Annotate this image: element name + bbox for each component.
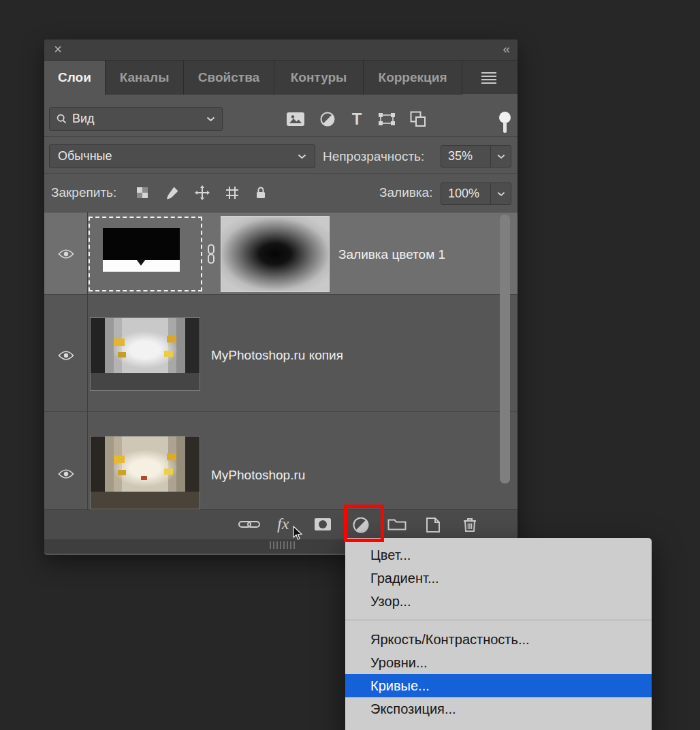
billboard bbox=[118, 352, 126, 358]
billboard bbox=[164, 351, 173, 357]
opacity-value: 35% bbox=[441, 149, 490, 163]
layer-mask-thumbnail[interactable] bbox=[221, 217, 329, 291]
filter-kind-value: Вид bbox=[72, 112, 206, 126]
adjustment-filter-icon[interactable] bbox=[319, 111, 336, 127]
image-filter-icon[interactable] bbox=[286, 112, 305, 127]
menu-divider bbox=[345, 620, 652, 620]
mouse-cursor bbox=[292, 526, 303, 543]
menu-item-curves[interactable]: Кривые... bbox=[345, 674, 652, 697]
fill-slider-marker bbox=[137, 260, 145, 266]
screen: × « Слои Каналы Свойства Контуры Коррекц… bbox=[0, 0, 700, 730]
fill-value: 100% bbox=[441, 187, 490, 201]
tab-adjustments[interactable]: Коррекция bbox=[364, 61, 462, 95]
lock-icons bbox=[135, 180, 267, 204]
divider bbox=[44, 173, 518, 174]
layer-name: Заливка цветом 1 bbox=[338, 247, 445, 262]
billboard bbox=[118, 470, 126, 475]
layer-name: MyPhotoshop.ru копия bbox=[211, 348, 343, 363]
blend-mode-select[interactable]: Обычные bbox=[49, 144, 315, 168]
menu-item-brightness-contrast[interactable]: Яркость/Контрастность... bbox=[345, 628, 652, 651]
mask-link-icon[interactable] bbox=[206, 244, 216, 267]
visibility-eye-icon[interactable] bbox=[58, 249, 74, 259]
billboard bbox=[141, 476, 147, 480]
divider bbox=[44, 136, 518, 137]
layers-scrollbar[interactable] bbox=[500, 215, 510, 483]
lock-artboard-icon[interactable] bbox=[225, 186, 240, 200]
highlight-box-adjustment-button bbox=[344, 505, 384, 542]
panel-title-bar: × « bbox=[44, 39, 518, 60]
lock-label: Закрепить: bbox=[51, 180, 116, 204]
chevron-down-icon bbox=[206, 116, 215, 122]
billboard bbox=[164, 469, 173, 475]
panel-menu-icon[interactable] bbox=[481, 72, 496, 84]
filter-kind-select[interactable]: Вид bbox=[49, 107, 223, 131]
toggle-stem bbox=[503, 122, 507, 133]
billboard bbox=[167, 336, 176, 343]
layers-list: Заливка цветом 1 MyPhotoshop.ru копия My… bbox=[44, 212, 518, 509]
add-mask-icon[interactable] bbox=[314, 518, 332, 531]
delete-layer-icon[interactable] bbox=[462, 516, 477, 533]
chevron-down-icon[interactable] bbox=[490, 183, 511, 204]
search-icon bbox=[57, 114, 67, 124]
close-icon[interactable]: × bbox=[50, 39, 65, 60]
color-fill-thumbnail[interactable] bbox=[89, 217, 202, 291]
lock-pixels-icon[interactable] bbox=[165, 186, 180, 200]
opacity-label: Непрозрачность: bbox=[323, 144, 424, 168]
tab-channels[interactable]: Каналы bbox=[106, 61, 184, 95]
lock-position-icon[interactable] bbox=[195, 185, 210, 200]
layers-panel: × « Слои Каналы Свойства Контуры Коррекц… bbox=[44, 39, 518, 555]
menu-item-levels[interactable]: Уровни... bbox=[345, 651, 652, 674]
link-layers-icon[interactable] bbox=[238, 520, 260, 529]
tab-properties[interactable]: Свойства bbox=[184, 61, 274, 95]
filter-type-icons: T bbox=[286, 107, 426, 131]
lock-all-icon[interactable] bbox=[255, 186, 267, 200]
new-layer-icon[interactable] bbox=[426, 517, 441, 533]
panel-tabs: Слои Каналы Свойства Контуры Коррекция bbox=[44, 60, 518, 94]
divider bbox=[87, 212, 88, 509]
smart-object-filter-icon[interactable] bbox=[410, 111, 426, 127]
new-group-icon[interactable] bbox=[387, 518, 407, 531]
layer-style-icon[interactable]: fx bbox=[277, 515, 289, 532]
lock-transparency-icon[interactable] bbox=[135, 187, 150, 199]
fill-control[interactable]: 100% bbox=[441, 182, 511, 205]
menu-item-exposure[interactable]: Экспозиция... bbox=[345, 697, 652, 720]
billboard bbox=[114, 338, 125, 346]
menu-item-gradient[interactable]: Градиент... bbox=[345, 567, 652, 590]
menu-item-pattern[interactable]: Узор... bbox=[345, 590, 652, 613]
menu-item-color[interactable]: Цвет... bbox=[345, 543, 652, 567]
layer-thumbnail[interactable] bbox=[91, 318, 200, 390]
chevron-down-icon[interactable] bbox=[490, 146, 511, 167]
blend-mode-value: Обычные bbox=[58, 149, 298, 163]
tab-paths[interactable]: Контуры bbox=[274, 61, 364, 95]
type-filter-icon[interactable]: T bbox=[350, 111, 364, 127]
collapse-panel-icon[interactable]: « bbox=[503, 39, 509, 60]
billboard bbox=[167, 454, 176, 460]
tab-layers[interactable]: Слои bbox=[44, 61, 106, 95]
layer-name: MyPhotoshop.ru bbox=[211, 468, 305, 483]
billboard bbox=[114, 456, 125, 463]
shape-filter-icon[interactable] bbox=[378, 112, 396, 126]
chevron-down-icon bbox=[298, 154, 306, 159]
visibility-eye-icon[interactable] bbox=[58, 469, 74, 479]
fill-swatch bbox=[103, 228, 180, 260]
opacity-control[interactable]: 35% bbox=[441, 145, 511, 168]
layer-thumbnail[interactable] bbox=[91, 437, 200, 509]
adjustment-layer-menu: Цвет... Градиент... Узор... Яркость/Конт… bbox=[345, 538, 652, 730]
visibility-eye-icon[interactable] bbox=[58, 350, 74, 361]
fill-label: Заливка: bbox=[379, 180, 432, 204]
